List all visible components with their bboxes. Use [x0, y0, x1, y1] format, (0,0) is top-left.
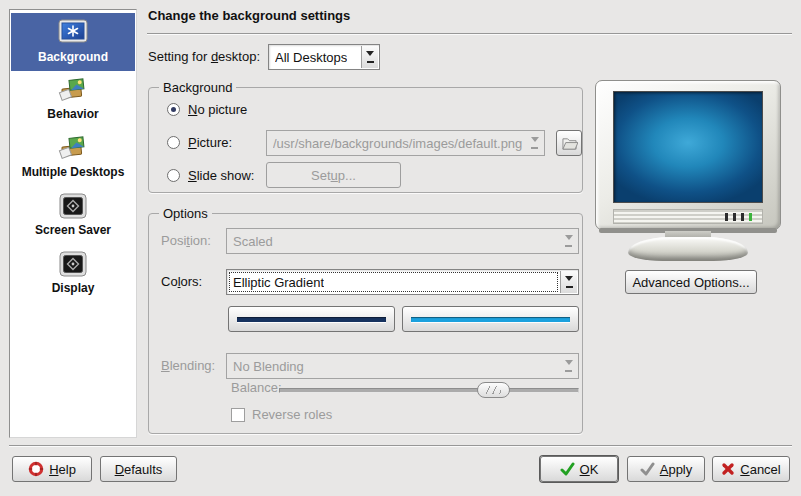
background-icon — [58, 19, 88, 46]
chevron-down-icon[interactable] — [361, 46, 378, 68]
cancel-button[interactable]: Cancel — [712, 456, 790, 482]
monitor-screen-preview — [613, 91, 763, 203]
chevron-down-icon[interactable] — [560, 271, 577, 293]
picture-radio[interactable] — [167, 136, 180, 149]
no-picture-radio[interactable] — [167, 103, 180, 116]
picture-path-value: /usr/share/backgrounds/images/default.pn… — [273, 136, 522, 151]
colors-combobox[interactable]: Elliptic Gradient — [226, 269, 579, 295]
focus-indicator — [229, 272, 558, 292]
gradient-color-1-swatch — [237, 317, 386, 322]
sidebar-item-label: Display — [52, 281, 95, 295]
picture-label[interactable]: Picture: — [188, 130, 232, 156]
gradient-color-2-button[interactable] — [402, 306, 579, 332]
apply-button-label: Apply — [660, 462, 693, 477]
desktop-selector-combobox[interactable]: All Desktops — [268, 44, 380, 70]
defaults-button[interactable]: Defaults — [100, 456, 177, 482]
colors-label: Colors: — [161, 269, 202, 295]
slider-handle[interactable] — [477, 382, 510, 398]
browse-picture-button[interactable] — [556, 130, 582, 156]
sidebar-item-label: Behavior — [47, 107, 98, 121]
monitor-vents — [613, 209, 763, 224]
balance-slider[interactable] — [279, 382, 579, 398]
background-group-title: Background — [159, 80, 236, 95]
apply-button[interactable]: Apply — [627, 456, 705, 482]
options-group-title: Options — [159, 206, 212, 221]
screen-saver-icon — [59, 193, 87, 219]
slider-track[interactable] — [279, 388, 579, 393]
reverse-roles-label[interactable]: Reverse roles — [252, 402, 332, 428]
monitor-buttons — [725, 213, 752, 221]
position-combobox[interactable]: Scaled — [226, 228, 579, 254]
blending-combobox[interactable]: No Blending — [226, 353, 579, 379]
reverse-roles-checkbox[interactable] — [231, 408, 245, 422]
slide-show-label[interactable]: Slide show: — [188, 163, 254, 189]
slide-show-setup-button[interactable]: Setup... — [266, 162, 401, 188]
module-list: Background Behavior Multiple Desktops — [9, 9, 137, 438]
apply-check-icon — [640, 462, 655, 476]
open-folder-icon — [561, 136, 578, 151]
sidebar-item-display[interactable]: Display — [11, 245, 135, 303]
balance-label: Balance: — [231, 378, 282, 398]
monitor-case — [595, 80, 781, 230]
footer-separator — [9, 445, 792, 447]
display-icon — [59, 251, 87, 277]
picture-path-combobox[interactable]: /usr/share/backgrounds/images/default.pn… — [266, 130, 545, 156]
gradient-color-1-button[interactable] — [228, 306, 395, 332]
advanced-options-label: Advanced Options... — [632, 275, 749, 290]
chevron-down-icon[interactable] — [560, 230, 577, 252]
page-title: Change the background settings — [148, 8, 350, 23]
monitor-stand-base — [628, 237, 748, 261]
position-value: Scaled — [233, 234, 273, 249]
gradient-color-2-swatch — [411, 317, 570, 322]
sidebar-item-label: Multiple Desktops — [22, 165, 125, 179]
behavior-icon — [58, 77, 88, 103]
sidebar-item-background[interactable]: Background — [11, 13, 135, 71]
grip-icon — [486, 386, 501, 394]
background-preview — [595, 80, 781, 262]
blending-label: Blending: — [161, 353, 215, 379]
defaults-button-label: Defaults — [115, 462, 163, 477]
sidebar-item-label: Screen Saver — [35, 223, 111, 237]
help-button[interactable]: Help — [12, 456, 92, 482]
blending-value: No Blending — [233, 359, 304, 374]
chevron-down-icon[interactable] — [560, 355, 577, 377]
sidebar-item-screen-saver[interactable]: Screen Saver — [11, 187, 135, 245]
no-picture-label[interactable]: No picture — [188, 97, 247, 123]
background-groupbox: Background No picture Picture: /usr/shar… — [148, 87, 583, 193]
sidebar-item-behavior[interactable]: Behavior — [11, 71, 135, 129]
slide-show-radio[interactable] — [167, 169, 180, 182]
sidebar-item-label: Background — [38, 50, 108, 64]
multiple-desktops-icon — [58, 135, 88, 161]
setup-button-label: Setup... — [311, 168, 356, 183]
help-lifebuoy-icon — [28, 461, 44, 477]
help-button-label: Help — [49, 462, 76, 477]
ok-check-icon — [560, 462, 575, 476]
sidebar-item-multiple-desktops[interactable]: Multiple Desktops — [11, 129, 135, 187]
background-settings-dialog: { "header": { "title": "Change the backg… — [0, 0, 801, 496]
desktop-selector-label: Setting for desktop: — [148, 44, 260, 70]
position-label: Position: — [161, 228, 211, 254]
advanced-options-button[interactable]: Advanced Options... — [625, 270, 757, 294]
cancel-x-icon — [721, 462, 735, 476]
desktop-selector-value: All Desktops — [275, 50, 347, 65]
title-separator — [147, 33, 792, 35]
cancel-button-label: Cancel — [740, 462, 780, 477]
ok-button-label: OK — [580, 462, 599, 477]
chevron-down-icon[interactable] — [526, 132, 543, 154]
options-groupbox: Options Position: Scaled Colors: Ellipti… — [148, 213, 583, 434]
ok-button[interactable]: OK — [540, 456, 618, 482]
